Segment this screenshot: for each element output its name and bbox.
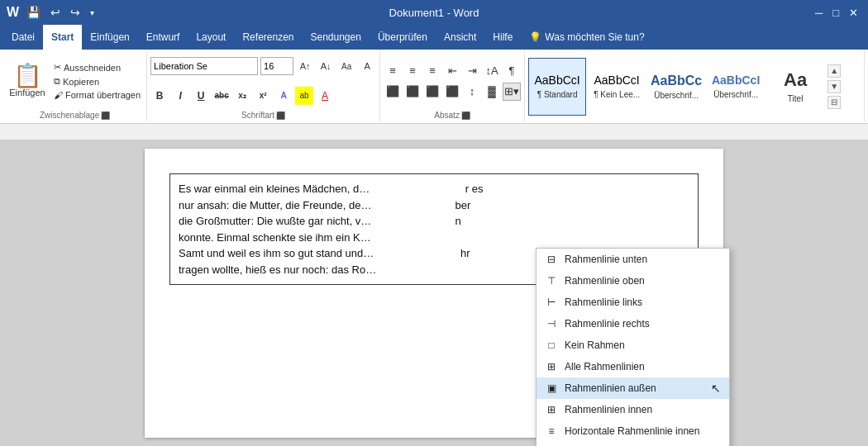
no-border-icon: □ — [545, 339, 558, 352]
window-controls: ─ □ ✕ — [762, 7, 861, 19]
borders-dropdown-menu: ⊟ Rahmenlinie unten ⊤ Rahmenlinie oben ⊢… — [536, 248, 730, 446]
justify-btn[interactable]: ⬛ — [443, 83, 461, 101]
decrease-font-btn[interactable]: A↓ — [317, 57, 335, 75]
text-effect-btn[interactable]: A — [274, 87, 293, 105]
style-preview-title: Aa — [784, 69, 807, 91]
styles-expand[interactable]: ⊟ — [827, 96, 841, 109]
increase-font-btn[interactable]: A↑ — [296, 57, 314, 75]
tab-search[interactable]: 💡 Was möchten Sie tun? — [521, 25, 652, 50]
style-standard[interactable]: AaBbCcI ¶ Standard — [528, 58, 586, 116]
outside-borders-item[interactable]: ▣ Rahmenlinien außen ↖ — [537, 377, 729, 399]
redo-icon[interactable]: ↪ — [68, 6, 83, 19]
font-group-label: Schriftart ⬛ — [150, 109, 376, 120]
clipboard-expand-icon[interactable]: ⬛ — [101, 112, 110, 120]
tab-start[interactable]: Start — [43, 25, 82, 50]
style-title[interactable]: Aa Titel — [766, 58, 824, 116]
strikethrough-button[interactable]: abc — [212, 87, 231, 105]
cut-icon: ✂ — [54, 62, 61, 73]
bold-button[interactable]: B — [150, 87, 169, 105]
sort-btn[interactable]: ↕A — [483, 62, 501, 80]
tab-layout[interactable]: Layout — [188, 25, 234, 50]
align-right-btn[interactable]: ⬛ — [423, 83, 441, 101]
font-expand-icon[interactable]: ⬛ — [276, 112, 285, 120]
h-inside-item[interactable]: ≡ Horizontale Rahmenlinie innen — [537, 420, 729, 442]
increase-indent-btn[interactable]: ⇥ — [463, 62, 481, 80]
tab-ansicht[interactable]: Ansicht — [436, 25, 484, 50]
font-group: A↑ A↓ Aa A B I U abc x₂ x² A ab A Schrif… — [147, 51, 380, 121]
font-name-input[interactable] — [150, 57, 258, 75]
paragraph-group: ≡ ≡ ≡ ⇤ ⇥ ↕A ¶ ⬛ ⬛ ⬛ ⬛ ↕ ▓ ⊞▾ Absatz ⬛ — [380, 51, 525, 121]
subscript-button[interactable]: x₂ — [233, 87, 251, 105]
all-borders-item[interactable]: ⊞ Alle Rahmenlinien — [537, 356, 729, 377]
undo-icon[interactable]: ↩ — [48, 6, 63, 19]
all-borders-label: Alle Rahmenlinien — [565, 361, 645, 372]
copy-button[interactable]: ⧉ Kopieren — [51, 75, 143, 88]
paste-button[interactable]: 📋 Einfügen — [7, 56, 48, 106]
copy-icon: ⧉ — [54, 76, 60, 87]
styles-scroll-up[interactable]: ▲ — [827, 64, 841, 78]
style-no-spacing[interactable]: AaBbCcI ¶ Kein Lee... — [588, 58, 646, 116]
no-border-item[interactable]: □ Kein Rahmen — [537, 334, 729, 356]
border-top-item[interactable]: ⊤ Rahmenlinie oben — [537, 270, 729, 292]
close-btn[interactable]: ✕ — [846, 7, 861, 19]
border-left-item[interactable]: ⊢ Rahmenlinie links — [537, 292, 729, 313]
inside-borders-icon: ⊞ — [545, 403, 558, 416]
border-right-icon: ⊣ — [545, 317, 558, 330]
clear-format-btn[interactable]: A — [358, 57, 376, 75]
all-borders-icon: ⊞ — [545, 360, 558, 373]
tab-ueberprufen[interactable]: Überprüfen — [370, 25, 436, 50]
tab-einfuegen[interactable]: Einfügen — [82, 25, 137, 50]
maximize-btn[interactable]: □ — [829, 7, 842, 19]
v-inside-item[interactable]: ⋮ Vertikale Rahmenlinie innen — [537, 442, 729, 446]
format-paint-button[interactable]: 🖌 Format übertragen — [51, 89, 143, 101]
borders-btn[interactable]: ⊞▾ — [503, 83, 521, 101]
tab-entwurf[interactable]: Entwurf — [138, 25, 188, 50]
document-text: Es war einmal ein kleines Mädchen, d… r … — [179, 183, 483, 276]
border-right-item[interactable]: ⊣ Rahmenlinie rechts — [537, 313, 729, 334]
border-bottom-icon: ⊟ — [545, 253, 558, 266]
tab-sendungen[interactable]: Sendungen — [303, 25, 370, 50]
multilevel-btn[interactable]: ≡ — [423, 62, 441, 80]
inside-borders-item[interactable]: ⊞ Rahmenlinien innen — [537, 399, 729, 420]
font-color-btn[interactable]: A — [316, 87, 334, 105]
ribbon-toolbar: 📋 Einfügen ✂ Ausschneiden ⧉ Kopieren 🖌 F… — [0, 50, 868, 124]
paragraph-group-label: Absatz ⬛ — [384, 109, 521, 120]
styles-group: AaBbCcI ¶ Standard AaBbCcI ¶ Kein Lee...… — [525, 51, 865, 121]
ruler — [0, 124, 868, 140]
cut-button[interactable]: ✂ Ausschneiden — [51, 61, 143, 74]
style-heading1[interactable]: AaBbCc Überschrif... — [647, 58, 705, 116]
border-bottom-item[interactable]: ⊟ Rahmenlinie unten — [537, 249, 729, 270]
align-left-btn[interactable]: ⬛ — [384, 83, 402, 101]
minimize-btn[interactable]: ─ — [812, 7, 826, 19]
lightbulb-icon: 💡 — [529, 31, 541, 43]
ribbon-tab-bar: Datei Start Einfügen Entwurf Layout Refe… — [0, 25, 868, 50]
styles-scroll-down[interactable]: ▼ — [827, 80, 841, 93]
decrease-indent-btn[interactable]: ⇤ — [443, 62, 461, 80]
line-spacing-btn[interactable]: ↕ — [463, 83, 481, 101]
title-bar: W 💾 ↩ ↪ ▾ Dokument1 - Word ─ □ ✕ — [0, 0, 868, 25]
tab-datei[interactable]: Datei — [3, 25, 43, 50]
h-inside-label: Horizontale Rahmenlinie innen — [565, 425, 699, 437]
shading-btn[interactable]: ▓ — [483, 83, 501, 101]
style-label-standard: ¶ Standard — [537, 90, 578, 99]
highlight-btn[interactable]: ab — [295, 87, 313, 105]
change-case-btn[interactable]: Aa — [337, 57, 355, 75]
italic-button[interactable]: I — [171, 87, 189, 105]
numbering-btn[interactable]: ≡ — [403, 62, 422, 80]
tab-hilfe[interactable]: Hilfe — [484, 25, 521, 50]
align-center-btn[interactable]: ⬛ — [403, 83, 422, 101]
dropdown-icon[interactable]: ▾ — [88, 8, 97, 17]
save-icon[interactable]: 💾 — [24, 6, 43, 19]
show-marks-btn[interactable]: ¶ — [503, 62, 521, 80]
font-size-input[interactable] — [260, 57, 293, 75]
format-paint-icon: 🖌 — [54, 90, 63, 100]
underline-button[interactable]: U — [192, 87, 210, 105]
outside-borders-icon: ▣ — [545, 382, 558, 395]
paragraph-expand-icon[interactable]: ⬛ — [461, 112, 470, 120]
bullets-btn[interactable]: ≡ — [384, 62, 402, 80]
style-heading2[interactable]: AaBbCcI Überschrif... — [707, 58, 765, 116]
superscript-button[interactable]: x² — [254, 87, 272, 105]
tab-referenzen[interactable]: Referenzen — [234, 25, 302, 50]
style-preview-heading1: AaBbCc — [651, 73, 702, 88]
border-right-label: Rahmenlinie rechts — [565, 318, 650, 330]
